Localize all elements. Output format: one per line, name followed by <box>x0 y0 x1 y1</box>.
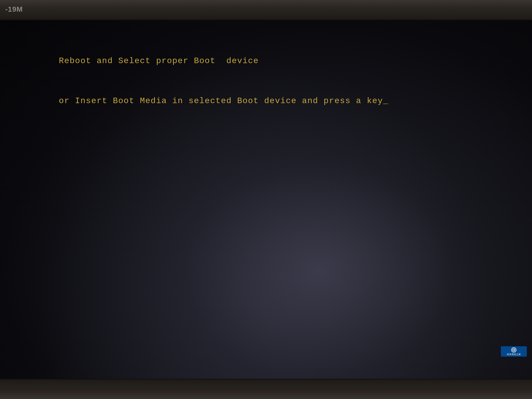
boot-line1: Reboot and Select proper Boot device <box>59 56 259 66</box>
monitor-bezel-bottom <box>0 379 532 399</box>
watermark: 纯净系统之家 <box>501 346 527 357</box>
watermark-label: 纯净系统之家 <box>507 353 521 356</box>
monitor-bezel-top: -19M <box>0 0 532 20</box>
monitor-label: -19M <box>5 5 23 14</box>
screen-content: Reboot and Select proper Boot device or … <box>16 41 516 121</box>
boot-error-message: Reboot and Select proper Boot device or … <box>16 41 516 121</box>
photo-frame: -19M Reboot and Select proper Boot devic… <box>0 0 532 399</box>
watermark-globe-icon <box>511 347 516 353</box>
boot-line2: or Insert Boot Media in selected Boot de… <box>59 96 388 106</box>
monitor-screen: Reboot and Select proper Boot device or … <box>0 20 532 379</box>
